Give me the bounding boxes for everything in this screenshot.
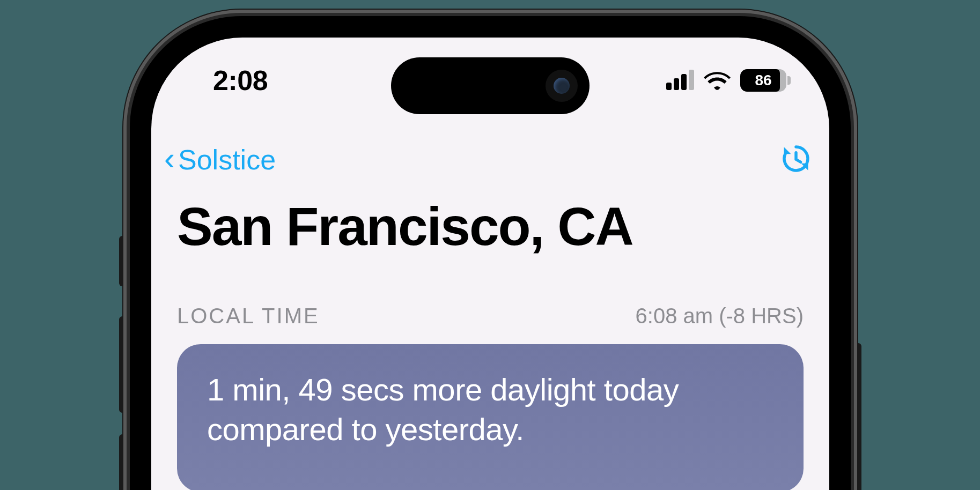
page-title: San Francisco, CA bbox=[177, 198, 804, 255]
battery-percent: 86 bbox=[740, 72, 786, 89]
main-content: San Francisco, CA LOCAL TIME 6:08 am (-8… bbox=[151, 198, 829, 490]
front-camera-lens bbox=[554, 78, 570, 94]
device-frame: 2:08 86 bbox=[123, 10, 857, 490]
local-time-label: LOCAL TIME bbox=[177, 304, 320, 328]
local-time-value: 6:08 am (-8 HRS) bbox=[636, 304, 804, 328]
status-time: 2:08 bbox=[213, 64, 268, 96]
clock-history-icon bbox=[780, 143, 812, 175]
battery-indicator: 86 bbox=[740, 69, 786, 92]
status-right-cluster: 86 bbox=[666, 69, 786, 92]
cellular-signal-icon bbox=[666, 71, 694, 90]
screen: 2:08 86 bbox=[151, 38, 829, 490]
dynamic-island bbox=[391, 57, 590, 114]
nav-bar: ‹ Solstice bbox=[151, 133, 829, 187]
time-travel-button[interactable] bbox=[780, 143, 812, 177]
front-camera bbox=[546, 70, 578, 102]
daylight-message: 1 min, 49 secs more daylight today compa… bbox=[207, 370, 773, 449]
back-button[interactable]: ‹ Solstice bbox=[164, 144, 276, 176]
local-time-row: LOCAL TIME 6:08 am (-8 HRS) bbox=[177, 304, 804, 328]
daylight-card: 1 min, 49 secs more daylight today compa… bbox=[177, 344, 804, 490]
back-label: Solstice bbox=[178, 144, 276, 176]
wifi-icon bbox=[704, 70, 731, 91]
chevron-left-icon: ‹ bbox=[164, 143, 175, 175]
